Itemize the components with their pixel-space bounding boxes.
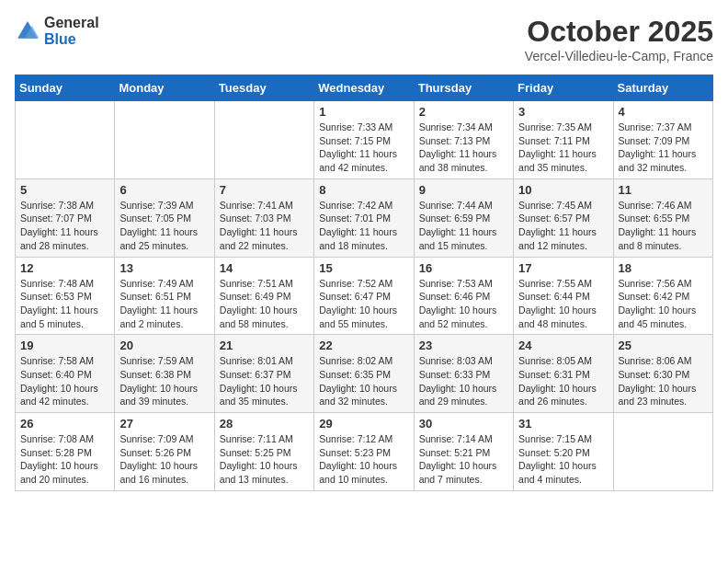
day-number: 8: [319, 183, 408, 197]
day-info: Sunrise: 7:14 AM Sunset: 5:21 PM Dayligh…: [419, 432, 508, 487]
logo-general-text: General: [44, 15, 99, 31]
day-info: Sunrise: 8:02 AM Sunset: 6:35 PM Dayligh…: [319, 354, 408, 408]
day-number: 26: [20, 417, 109, 431]
logo: General Blue: [15, 15, 99, 47]
day-number: 3: [518, 105, 608, 119]
day-number: 14: [220, 261, 309, 275]
day-info: Sunrise: 8:06 AM Sunset: 6:30 PM Dayligh…: [619, 354, 708, 408]
day-info: Sunrise: 7:34 AM Sunset: 7:13 PM Dayligh…: [419, 121, 508, 175]
day-number: 24: [518, 339, 608, 352]
calendar-cell: 23Sunrise: 8:03 AM Sunset: 6:33 PM Dayli…: [414, 335, 513, 413]
calendar-week-row: 26Sunrise: 7:08 AM Sunset: 5:28 PM Dayli…: [16, 413, 713, 491]
day-info: Sunrise: 7:12 AM Sunset: 5:23 PM Dayligh…: [319, 432, 408, 487]
day-info: Sunrise: 7:49 AM Sunset: 6:51 PM Dayligh…: [119, 277, 209, 331]
day-info: Sunrise: 7:45 AM Sunset: 6:57 PM Dayligh…: [518, 199, 608, 253]
calendar-cell: 27Sunrise: 7:09 AM Sunset: 5:26 PM Dayli…: [115, 413, 214, 491]
calendar-cell: 30Sunrise: 7:14 AM Sunset: 5:21 PM Dayli…: [414, 413, 513, 491]
day-info: Sunrise: 7:42 AM Sunset: 7:01 PM Dayligh…: [319, 199, 408, 253]
weekday-header: Friday: [514, 75, 613, 101]
month-title: October 2025: [525, 15, 713, 49]
day-number: 13: [119, 261, 209, 275]
logo-blue-text: Blue: [44, 31, 99, 48]
weekday-header: Tuesday: [214, 75, 313, 101]
day-info: Sunrise: 7:35 AM Sunset: 7:11 PM Dayligh…: [518, 121, 608, 175]
calendar-cell: 25Sunrise: 8:06 AM Sunset: 6:30 PM Dayli…: [613, 335, 712, 413]
day-number: 20: [119, 339, 209, 352]
calendar-cell: [115, 101, 214, 179]
day-info: Sunrise: 7:53 AM Sunset: 6:46 PM Dayligh…: [419, 277, 508, 331]
calendar-cell: [214, 101, 313, 179]
day-number: 18: [619, 261, 708, 275]
day-info: Sunrise: 7:41 AM Sunset: 7:03 PM Dayligh…: [220, 199, 309, 253]
calendar-header-row: SundayMondayTuesdayWednesdayThursdayFrid…: [16, 75, 713, 101]
day-number: 23: [419, 339, 508, 352]
day-number: 19: [20, 339, 109, 352]
day-info: Sunrise: 7:11 AM Sunset: 5:25 PM Dayligh…: [220, 432, 309, 487]
calendar-cell: 12Sunrise: 7:48 AM Sunset: 6:53 PM Dayli…: [16, 257, 115, 335]
calendar-week-row: 5Sunrise: 7:38 AM Sunset: 7:07 PM Daylig…: [16, 178, 713, 257]
calendar-cell: 29Sunrise: 7:12 AM Sunset: 5:23 PM Dayli…: [314, 413, 414, 491]
calendar-cell: 1Sunrise: 7:33 AM Sunset: 7:15 PM Daylig…: [314, 101, 414, 179]
day-info: Sunrise: 7:52 AM Sunset: 6:47 PM Dayligh…: [319, 277, 408, 331]
day-info: Sunrise: 7:15 AM Sunset: 5:20 PM Dayligh…: [518, 432, 608, 487]
calendar-cell: 9Sunrise: 7:44 AM Sunset: 6:59 PM Daylig…: [414, 178, 513, 257]
day-number: 7: [220, 183, 309, 197]
calendar-cell: 17Sunrise: 7:55 AM Sunset: 6:44 PM Dayli…: [514, 257, 613, 335]
calendar-cell: 2Sunrise: 7:34 AM Sunset: 7:13 PM Daylig…: [414, 101, 513, 179]
calendar-week-row: 12Sunrise: 7:48 AM Sunset: 6:53 PM Dayli…: [16, 257, 713, 335]
calendar-cell: 15Sunrise: 7:52 AM Sunset: 6:47 PM Dayli…: [314, 257, 414, 335]
day-number: 21: [220, 339, 309, 352]
calendar-cell: 16Sunrise: 7:53 AM Sunset: 6:46 PM Dayli…: [414, 257, 513, 335]
day-info: Sunrise: 8:01 AM Sunset: 6:37 PM Dayligh…: [220, 354, 309, 408]
day-number: 4: [619, 105, 708, 119]
day-info: Sunrise: 7:38 AM Sunset: 7:07 PM Dayligh…: [20, 199, 109, 253]
calendar-cell: 20Sunrise: 7:59 AM Sunset: 6:38 PM Dayli…: [115, 335, 214, 413]
day-number: 6: [119, 183, 209, 197]
day-info: Sunrise: 7:48 AM Sunset: 6:53 PM Dayligh…: [20, 277, 109, 331]
day-number: 30: [419, 417, 508, 431]
logo-icon: [15, 18, 40, 44]
day-info: Sunrise: 7:56 AM Sunset: 6:42 PM Dayligh…: [619, 277, 708, 331]
day-info: Sunrise: 7:44 AM Sunset: 6:59 PM Dayligh…: [419, 199, 508, 253]
day-number: 9: [419, 183, 508, 197]
day-number: 28: [220, 417, 309, 431]
day-info: Sunrise: 8:05 AM Sunset: 6:31 PM Dayligh…: [518, 354, 608, 408]
calendar-cell: 19Sunrise: 7:58 AM Sunset: 6:40 PM Dayli…: [16, 335, 115, 413]
day-number: 11: [619, 183, 708, 197]
calendar-cell: 8Sunrise: 7:42 AM Sunset: 7:01 PM Daylig…: [314, 178, 414, 257]
calendar-cell: 5Sunrise: 7:38 AM Sunset: 7:07 PM Daylig…: [16, 178, 115, 257]
day-info: Sunrise: 8:03 AM Sunset: 6:33 PM Dayligh…: [419, 354, 508, 408]
calendar-cell: 21Sunrise: 8:01 AM Sunset: 6:37 PM Dayli…: [214, 335, 313, 413]
weekday-header: Sunday: [16, 75, 115, 101]
day-number: 1: [319, 105, 408, 119]
weekday-header: Thursday: [414, 75, 513, 101]
day-number: 2: [419, 105, 508, 119]
calendar-cell: 24Sunrise: 8:05 AM Sunset: 6:31 PM Dayli…: [514, 335, 613, 413]
calendar-week-row: 1Sunrise: 7:33 AM Sunset: 7:15 PM Daylig…: [16, 101, 713, 179]
day-number: 29: [319, 417, 408, 431]
title-block: October 2025 Vercel-Villedieu-le-Camp, F…: [525, 15, 713, 63]
calendar-cell: 13Sunrise: 7:49 AM Sunset: 6:51 PM Dayli…: [115, 257, 214, 335]
weekday-header: Saturday: [613, 75, 712, 101]
day-number: 25: [619, 339, 708, 352]
calendar-cell: 22Sunrise: 8:02 AM Sunset: 6:35 PM Dayli…: [314, 335, 414, 413]
calendar-cell: 11Sunrise: 7:46 AM Sunset: 6:55 PM Dayli…: [613, 178, 712, 257]
day-info: Sunrise: 7:08 AM Sunset: 5:28 PM Dayligh…: [20, 432, 109, 487]
calendar-cell: 7Sunrise: 7:41 AM Sunset: 7:03 PM Daylig…: [214, 178, 313, 257]
day-info: Sunrise: 7:37 AM Sunset: 7:09 PM Dayligh…: [619, 121, 708, 175]
calendar-cell: 14Sunrise: 7:51 AM Sunset: 6:49 PM Dayli…: [214, 257, 313, 335]
day-info: Sunrise: 7:59 AM Sunset: 6:38 PM Dayligh…: [119, 354, 209, 408]
day-number: 10: [518, 183, 608, 197]
day-number: 12: [20, 261, 109, 275]
day-info: Sunrise: 7:55 AM Sunset: 6:44 PM Dayligh…: [518, 277, 608, 331]
day-number: 17: [518, 261, 608, 275]
calendar-cell: [613, 413, 712, 491]
day-info: Sunrise: 7:58 AM Sunset: 6:40 PM Dayligh…: [20, 354, 109, 408]
calendar-cell: 3Sunrise: 7:35 AM Sunset: 7:11 PM Daylig…: [514, 101, 613, 179]
day-info: Sunrise: 7:33 AM Sunset: 7:15 PM Dayligh…: [319, 121, 408, 175]
calendar-cell: 28Sunrise: 7:11 AM Sunset: 5:25 PM Dayli…: [214, 413, 313, 491]
day-number: 5: [20, 183, 109, 197]
calendar-cell: 10Sunrise: 7:45 AM Sunset: 6:57 PM Dayli…: [514, 178, 613, 257]
calendar-week-row: 19Sunrise: 7:58 AM Sunset: 6:40 PM Dayli…: [16, 335, 713, 413]
day-info: Sunrise: 7:39 AM Sunset: 7:05 PM Dayligh…: [119, 199, 209, 253]
